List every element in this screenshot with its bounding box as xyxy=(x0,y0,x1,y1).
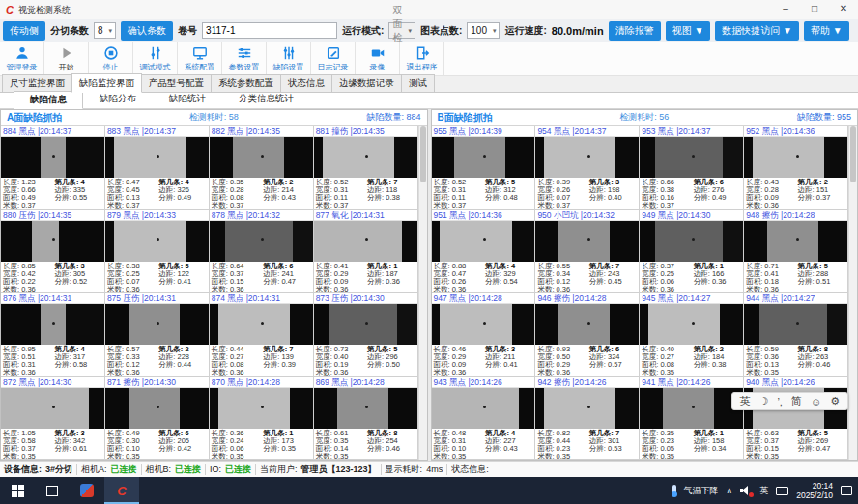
active-app-button[interactable]: C xyxy=(104,477,139,504)
defect-cell[interactable]: 876 黑点 |20:14:31长度: 0.95宽度: 0.51面积: 0.31… xyxy=(1,293,105,377)
defect-image xyxy=(105,221,209,262)
defect-cell[interactable]: 941 黑点 |20:14:26长度: 0.35宽度: 0.23面积: 0.05… xyxy=(640,377,744,461)
panel-header: A面缺陷抓拍检测耗时: 58缺陷数量: 884 xyxy=(1,110,427,126)
meta-res: 分辨: 0.43 xyxy=(485,445,532,453)
ime-language-indicator[interactable]: 英 xyxy=(759,485,768,497)
action-button-log[interactable]: 日志记录 xyxy=(311,42,356,75)
defect-cell[interactable]: 879 黑点 |20:14:33长度: 0.38宽度: 0.25面积: 0.07… xyxy=(105,210,210,294)
roll-number-input[interactable] xyxy=(202,22,337,39)
defect-cell[interactable]: 877 氧化 |20:14:31长度: 0.41宽度: 0.29面积: 0.09… xyxy=(314,210,418,294)
task-view-button[interactable] xyxy=(35,477,70,504)
defect-cell[interactable]: 954 黑点 |20:14:37长度: 0.39宽度: 0.26面积: 0.07… xyxy=(535,126,640,210)
drive-side-button[interactable]: 传动侧 xyxy=(3,21,45,41)
notification-center-icon[interactable] xyxy=(841,486,852,495)
detect-time: 检测耗时: 56 xyxy=(570,111,719,124)
defect-cell[interactable]: 944 黑点 |20:14:27长度: 0.59宽度: 0.36面积: 0.13… xyxy=(744,293,848,377)
defect-cell[interactable]: 882 黑点 |20:14:35长度: 0.35宽度: 0.28面积: 0.08… xyxy=(210,126,314,210)
volume-alert-badge xyxy=(749,492,754,497)
touch-keyboard-icon[interactable] xyxy=(776,487,788,495)
defect-meta: 长度: 0.47宽度: 0.45面积: 0.13米数: 0.37第几条: 4边距… xyxy=(105,178,209,210)
action-button-monitor[interactable]: 系统配置 xyxy=(178,42,222,75)
action-button-exit[interactable]: 退出程序 xyxy=(400,42,444,75)
subtab-0[interactable]: 缺陷信息 xyxy=(14,91,83,109)
subtab-3[interactable]: 分类信息统计 xyxy=(222,90,310,108)
defect-cell[interactable]: 875 压伤 |20:14:31长度: 0.57宽度: 0.33面积: 0.12… xyxy=(105,293,210,377)
defect-cell[interactable]: 953 黑点 |20:14:37长度: 0.66宽度: 0.38面积: 0.16… xyxy=(640,126,744,210)
data-quick-access-menu-button[interactable]: 数据快捷访问 ▼ xyxy=(715,21,799,41)
meta-res: 分辨: 0.42 xyxy=(158,445,206,453)
confirm-count-button[interactable]: 确认条数 xyxy=(121,21,173,41)
defect-cell[interactable]: 881 撞伤 |20:14:35长度: 0.52宽度: 0.31面积: 0.11… xyxy=(314,126,418,210)
ime-punctuation-icon[interactable]: ’, xyxy=(777,396,783,407)
defect-image xyxy=(210,304,313,345)
meta-meter: 米数: 0.36 xyxy=(434,369,485,377)
tab-1[interactable]: 缺陷监控界面 xyxy=(72,73,142,93)
defect-cell[interactable]: 942 擦伤 |20:14:26长度: 0.82宽度: 0.44面积: 0.23… xyxy=(535,377,640,461)
defect-cell[interactable]: 945 黑点 |20:14:27长度: 0.40宽度: 0.27面积: 0.08… xyxy=(640,293,744,377)
pinned-app-button[interactable] xyxy=(70,477,104,504)
defect-image xyxy=(314,388,417,429)
defect-cell[interactable]: 880 压伤 |20:14:35长度: 0.85宽度: 0.42面积: 0.22… xyxy=(1,210,105,294)
help-menu-button[interactable]: 帮助 ▼ xyxy=(804,21,849,41)
close-button[interactable]: ✕ xyxy=(829,0,858,19)
split-count-select[interactable]: 8▾ xyxy=(94,22,116,39)
ime-simplified-toggle[interactable]: 简 xyxy=(791,394,802,408)
action-button-user[interactable]: 管理登录 xyxy=(0,42,44,75)
ime-emoji-icon[interactable]: ☺ xyxy=(811,396,821,407)
action-button-debug[interactable]: 调试模式 xyxy=(133,42,178,75)
weather-text[interactable]: 气温下降 xyxy=(684,485,719,497)
start-button[interactable] xyxy=(0,477,35,504)
defect-cell[interactable]: 955 黑点 |20:14:39长度: 0.52宽度: 0.31面积: 0.11… xyxy=(432,126,536,210)
defect-cell[interactable]: 943 黑点 |20:14:26长度: 0.48宽度: 0.31面积: 0.10… xyxy=(432,377,536,461)
defect-cell[interactable]: 947 黑点 |20:14:28长度: 0.46宽度: 0.29面积: 0.09… xyxy=(432,293,536,377)
defect-cell[interactable]: 883 黑点 |20:14:37长度: 0.47宽度: 0.45面积: 0.13… xyxy=(105,126,210,210)
defect-cell[interactable]: 870 黑点 |20:14:28长度: 0.36宽度: 0.24面积: 0.06… xyxy=(210,377,314,461)
tab-6[interactable]: 测试 xyxy=(401,74,435,92)
action-button-params[interactable]: 参数设置 xyxy=(222,42,267,75)
taskbar-clock[interactable]: 20:14 2025/2/10 xyxy=(796,481,833,500)
defect-cell[interactable]: 946 擦伤 |20:14:28长度: 0.93宽度: 0.50面积: 0.29… xyxy=(535,293,640,377)
defect-mark xyxy=(692,322,695,325)
tray-expand-icon[interactable]: ∧ xyxy=(727,486,733,495)
weather-thermometer-icon[interactable] xyxy=(672,485,676,496)
run-mode-select[interactable]: 双面检测▾ xyxy=(388,22,415,39)
panel-scrollbar[interactable] xyxy=(848,126,857,460)
defect-cell[interactable]: 949 黑点 |20:14:30长度: 0.37宽度: 0.25面积: 0.06… xyxy=(640,210,744,294)
defect-cell[interactable]: 878 黑点 |20:14:32长度: 0.64宽度: 0.37面积: 0.15… xyxy=(210,210,314,294)
display-time-label: 显示耗时: xyxy=(386,463,423,476)
volume-icon[interactable] xyxy=(740,486,752,495)
action-button-camera[interactable]: 录像 xyxy=(356,42,400,75)
ime-fullwidth-icon[interactable]: ☽ xyxy=(759,395,769,407)
meta-meter: 米数: 0.35 xyxy=(212,453,263,461)
ime-settings-gear-icon[interactable]: ⚙ xyxy=(830,395,840,407)
maximize-button[interactable]: □ xyxy=(800,0,829,19)
action-button-play[interactable]: 开始 xyxy=(44,42,89,75)
sub-tabs: 缺陷信息缺陷分布缺陷统计分类信息统计 xyxy=(0,93,858,109)
meta-meter: 米数: 0.35 xyxy=(746,453,797,461)
defect-cell[interactable]: 874 黑点 |20:14:31长度: 0.44宽度: 0.27面积: 0.08… xyxy=(210,293,314,377)
action-button-label: 开始 xyxy=(59,62,74,72)
tab-5[interactable]: 边缘数据记录 xyxy=(331,74,402,92)
action-button-stop[interactable]: 停止 xyxy=(89,42,133,75)
defect-cell[interactable]: 873 压伤 |20:14:30长度: 0.73宽度: 0.40面积: 0.19… xyxy=(314,293,418,377)
defect-cell[interactable]: 951 黑点 |20:14:36长度: 0.88宽度: 0.47面积: 0.26… xyxy=(432,210,536,294)
view-menu-button[interactable]: 视图 ▼ xyxy=(666,21,711,41)
ime-english-toggle[interactable]: 英 xyxy=(740,394,751,408)
defect-cell[interactable]: 948 擦伤 |20:14:28长度: 0.71宽度: 0.41面积: 0.18… xyxy=(744,210,848,294)
subtab-2[interactable]: 缺陷统计 xyxy=(153,90,222,108)
defect-cell[interactable]: 872 黑点 |20:14:30长度: 1.05宽度: 0.58面积: 0.37… xyxy=(1,377,105,461)
defect-cell[interactable]: 940 黑点 |20:14:26长度: 0.63宽度: 0.37面积: 0.15… xyxy=(744,377,848,461)
defect-cell[interactable]: 869 黑点 |20:14:28长度: 0.61宽度: 0.35面积: 0.14… xyxy=(314,377,418,461)
minimize-button[interactable]: – xyxy=(771,0,800,19)
defect-cell[interactable]: 952 黑点 |20:14:36长度: 0.43宽度: 0.28面积: 0.09… xyxy=(744,126,848,210)
clear-alarm-button[interactable]: 清除报警 xyxy=(609,21,661,41)
action-button-defect[interactable]: 缺陷设置 xyxy=(267,42,311,75)
scrollbar-thumb[interactable] xyxy=(420,126,426,182)
defect-cell[interactable]: 871 擦伤 |20:14:30长度: 0.49宽度: 0.30面积: 0.10… xyxy=(105,377,210,461)
tab-0[interactable]: 尺寸监控界面 xyxy=(2,74,72,92)
panel-scrollbar[interactable] xyxy=(418,126,427,460)
defect-cell[interactable]: 950 小凹坑 |20:14:32长度: 0.55宽度: 0.34面积: 0.1… xyxy=(535,210,640,294)
chart-points-select[interactable]: 100▾ xyxy=(467,22,500,39)
scrollbar-thumb[interactable] xyxy=(850,126,856,182)
defect-cell[interactable]: 884 黑点 |20:14:37长度: 1.23宽度: 0.66面积: 0.49… xyxy=(1,126,105,210)
